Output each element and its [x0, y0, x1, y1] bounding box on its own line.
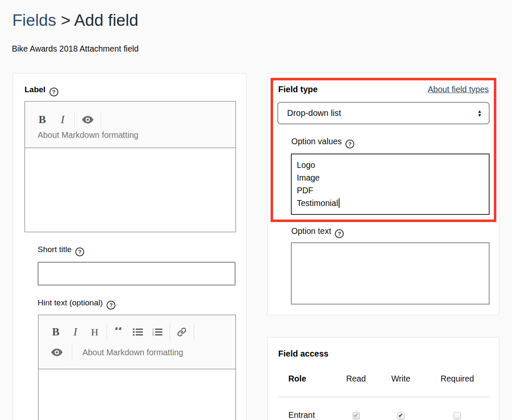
label-card: Label? B I About Markdown formatting [13, 73, 246, 420]
heading-button[interactable]: H [90, 327, 99, 337]
link-icon[interactable] [177, 327, 186, 337]
table-row: Entrant [268, 410, 499, 420]
read-checkbox[interactable] [353, 412, 360, 419]
short-title-help-icon[interactable]: ? [75, 247, 84, 256]
field-type-heading: Field type [278, 85, 318, 94]
italic-button[interactable]: I [58, 114, 67, 125]
option-text-help-icon[interactable]: ? [335, 229, 344, 238]
hint-editor-textarea[interactable] [38, 369, 235, 420]
toolbar-divider [170, 324, 170, 340]
column-header-required: Required [424, 374, 490, 384]
table-divider [278, 397, 490, 397]
hint-markdown-editor: B I H “ 123 [38, 315, 236, 420]
short-title-input[interactable] [38, 262, 235, 285]
required-checkbox[interactable] [454, 412, 461, 419]
column-header-write: Write [377, 374, 424, 384]
toolbar-divider [101, 111, 101, 128]
toolbar-divider [194, 324, 194, 340]
option-value-line: PDF [297, 184, 484, 197]
option-value-line: Testimonial [297, 197, 484, 209]
hint-text-help-icon[interactable]: ? [107, 301, 115, 310]
page-title: Fields > Add field [12, 11, 138, 30]
write-checkbox[interactable] [397, 412, 405, 419]
breadcrumb-current: Add field [74, 11, 138, 29]
label-editor-textarea[interactable] [25, 148, 235, 232]
short-title-label: Short title [38, 245, 71, 254]
toolbar-divider [107, 324, 107, 340]
about-markdown-link[interactable]: About Markdown formatting [38, 130, 138, 140]
toolbar-divider [72, 344, 72, 361]
label-heading: Label [25, 85, 46, 94]
italic-button[interactable]: I [71, 327, 80, 338]
option-text-label: Option text [291, 226, 331, 236]
option-values-textarea[interactable]: Logo Image PDF Testimonial [291, 154, 490, 215]
bold-button[interactable]: B [51, 327, 60, 338]
field-type-selected-value: Drop-down list [287, 108, 341, 118]
toolbar-divider [74, 111, 75, 128]
svg-text:3: 3 [152, 333, 154, 336]
option-text-textarea[interactable] [291, 242, 490, 305]
blockquote-icon[interactable]: “ [114, 327, 123, 337]
about-markdown-link[interactable]: About Markdown formatting [82, 348, 183, 357]
column-header-read: Read [335, 374, 377, 384]
access-table-header: Role Read Write Required [268, 374, 499, 384]
unordered-list-icon[interactable] [133, 328, 143, 336]
field-access-heading: Field access [278, 349, 329, 358]
context-subtitle: Bike Awards 2018 Attachment field [12, 44, 139, 54]
ordered-list-icon[interactable]: 123 [152, 328, 162, 336]
label-markdown-editor: B I About Markdown formatting [25, 101, 236, 232]
option-value-line: Logo [297, 159, 484, 171]
option-values-label: Option values [291, 137, 342, 146]
breadcrumb-fields-link[interactable]: Fields [12, 11, 56, 29]
breadcrumb-separator: > [56, 11, 74, 29]
text-cursor [339, 198, 340, 208]
field-type-select[interactable]: Drop-down list ▲▼ [277, 102, 490, 124]
about-field-types-link[interactable]: About field types [428, 85, 489, 94]
column-header-role: Role [288, 374, 335, 384]
role-label: Entrant [288, 410, 335, 420]
field-type-card: Field type About field types Drop-down l… [267, 73, 499, 315]
field-access-card: Field access Role Read Write Required En… [267, 337, 499, 420]
preview-eye-icon[interactable] [51, 349, 63, 356]
label-help-icon[interactable]: ? [49, 88, 58, 96]
select-stepper-icon: ▲▼ [477, 110, 482, 117]
option-value-line: Image [297, 171, 484, 184]
option-values-help-icon[interactable]: ? [345, 140, 354, 148]
bold-button[interactable]: B [38, 114, 47, 125]
hint-text-label: Hint text (optional) [38, 298, 103, 307]
add-field-page: Fields > Add field Bike Awards 2018 Atta… [0, 0, 512, 420]
preview-eye-icon[interactable] [82, 116, 93, 124]
